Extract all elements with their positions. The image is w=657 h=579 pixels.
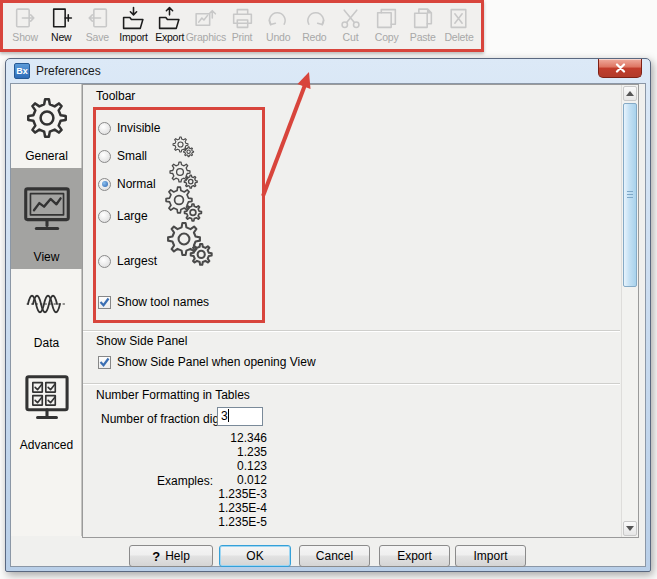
cut-icon bbox=[338, 5, 363, 31]
toolbar-button-save[interactable]: Save bbox=[79, 5, 115, 43]
sidebar-item-advanced[interactable]: Advanced bbox=[11, 357, 82, 457]
toolbar-size-option-label: Invisible bbox=[117, 121, 160, 135]
monitor-checkboxes-icon bbox=[21, 357, 73, 438]
triangle-down-icon bbox=[626, 526, 634, 531]
toolbar-button-label: Import bbox=[119, 31, 148, 43]
vertical-scrollbar bbox=[621, 85, 638, 537]
sidebar-item-label: Advanced bbox=[20, 438, 73, 452]
triangle-up-icon bbox=[626, 91, 634, 96]
scroll-up-button[interactable] bbox=[623, 86, 637, 101]
toolbar-button-print[interactable]: Print bbox=[224, 5, 260, 43]
close-button[interactable] bbox=[598, 59, 642, 78]
example-value: 0.012 bbox=[83, 473, 267, 487]
toolbar-button-label: Show bbox=[12, 31, 37, 43]
show-panel-icon bbox=[13, 5, 38, 31]
show-tool-names-checkbox[interactable]: Show tool names bbox=[98, 295, 209, 309]
help-button[interactable]: ? Help bbox=[129, 545, 213, 567]
scroll-down-button[interactable] bbox=[623, 521, 637, 536]
radio-button[interactable] bbox=[98, 150, 111, 163]
toolbar-size-option-label: Small bbox=[117, 149, 147, 163]
toolbar-button-delete[interactable]: Delete bbox=[441, 5, 477, 43]
text-caret bbox=[228, 409, 229, 422]
toolbar-button-undo[interactable]: Undo bbox=[260, 5, 296, 43]
cancel-button[interactable]: Cancel bbox=[299, 545, 370, 567]
import-icon bbox=[121, 5, 146, 31]
section-divider bbox=[83, 383, 620, 384]
example-value: 1.235 bbox=[83, 445, 267, 459]
toolbar-button-label: Cut bbox=[343, 31, 359, 43]
toolbar-button-label: Graphics bbox=[186, 31, 226, 43]
export-icon bbox=[157, 5, 182, 31]
gear-size-preview-icon bbox=[166, 221, 214, 271]
scrollbar-thumb[interactable] bbox=[623, 103, 637, 287]
toolbar-size-option-large[interactable]: Large bbox=[98, 207, 148, 225]
toolbar-button-new[interactable]: New bbox=[43, 5, 79, 43]
radio-button[interactable] bbox=[98, 210, 111, 223]
import-button[interactable]: Import bbox=[455, 545, 526, 567]
monitor-chart-icon bbox=[21, 168, 73, 250]
toolbar-button-graphics[interactable]: Graphics bbox=[188, 5, 224, 43]
sidebar-item-view[interactable]: View bbox=[11, 168, 82, 269]
close-icon bbox=[615, 63, 626, 73]
radio-button[interactable] bbox=[98, 122, 111, 135]
toolbar-button-label: Redo bbox=[302, 31, 326, 43]
toolbar-size-option-invisible[interactable]: Invisible bbox=[98, 119, 160, 137]
dialog-title: Preferences bbox=[36, 64, 101, 78]
sidebar-item-general[interactable]: General bbox=[11, 86, 82, 168]
main-toolbar: Show New Save Import Export Graphics Pri… bbox=[0, 0, 484, 52]
examples-list: 12.3461.2350.1230.0121.235E-31.235E-41.2… bbox=[83, 431, 267, 529]
fraction-digits-label: Number of fraction digits: bbox=[101, 412, 234, 426]
toolbar-button-label: Paste bbox=[410, 31, 436, 43]
example-value: 0.123 bbox=[83, 459, 267, 473]
new-document-icon bbox=[49, 5, 74, 31]
save-icon bbox=[85, 5, 110, 31]
question-icon: ? bbox=[152, 549, 160, 564]
export-button[interactable]: Export bbox=[379, 545, 450, 567]
radio-button[interactable] bbox=[98, 178, 111, 191]
sidebar-item-data[interactable]: Data bbox=[11, 272, 82, 355]
fraction-digits-input[interactable] bbox=[217, 407, 263, 426]
example-value: 1.235E-5 bbox=[83, 515, 267, 529]
toolbar-size-option-label: Large bbox=[117, 209, 148, 223]
checkbox-icon[interactable] bbox=[98, 356, 111, 369]
checkbox-icon[interactable] bbox=[98, 296, 111, 309]
preferences-dialog: Bx Preferences General View Data bbox=[5, 58, 651, 572]
toolbar-button-copy[interactable]: Copy bbox=[369, 5, 405, 43]
settings-panel: Toolbar Invisible Small Normal Large bbox=[82, 84, 639, 538]
section-header-side-panel: Show Side Panel bbox=[96, 334, 187, 348]
category-sidebar: General View Data Advanced bbox=[11, 84, 82, 536]
toolbar-size-option-label: Normal bbox=[117, 177, 156, 191]
example-value: 1.235E-3 bbox=[83, 487, 267, 501]
section-header-number-formatting: Number Formatting in Tables bbox=[96, 388, 250, 402]
toolbar-button-cut[interactable]: Cut bbox=[332, 5, 368, 43]
section-header-toolbar: Toolbar bbox=[96, 89, 135, 103]
toolbar-button-export[interactable]: Export bbox=[152, 5, 188, 43]
toolbar-button-label: Print bbox=[232, 31, 253, 43]
radio-button[interactable] bbox=[98, 255, 111, 268]
print-icon bbox=[230, 5, 255, 31]
delete-icon bbox=[446, 5, 471, 31]
toolbar-size-option-largest[interactable]: Largest bbox=[98, 252, 157, 270]
show-side-panel-checkbox[interactable]: Show Side Panel when opening View bbox=[98, 355, 316, 369]
redo-icon bbox=[302, 5, 327, 31]
app-icon: Bx bbox=[14, 63, 30, 79]
toolbar-button-redo[interactable]: Redo bbox=[296, 5, 332, 43]
toolbar-button-show[interactable]: Show bbox=[7, 5, 43, 43]
toolbar-button-label: Export bbox=[155, 31, 184, 43]
toolbar-size-option-label: Largest bbox=[117, 254, 157, 268]
scrollbar-grip-icon bbox=[627, 191, 633, 199]
screenshot-stage: Show New Save Import Export Graphics Pri… bbox=[0, 0, 657, 579]
sidebar-item-label: General bbox=[25, 149, 68, 163]
graphics-icon bbox=[193, 5, 218, 31]
toolbar-button-import[interactable]: Import bbox=[115, 5, 151, 43]
toolbar-size-option-small[interactable]: Small bbox=[98, 147, 147, 165]
toolbar-button-paste[interactable]: Paste bbox=[405, 5, 441, 43]
sidebar-item-label: Data bbox=[34, 336, 59, 350]
undo-icon bbox=[266, 5, 291, 31]
toolbar-button-label: Undo bbox=[266, 31, 290, 43]
toolbar-button-label: Copy bbox=[375, 31, 399, 43]
dialog-titlebar[interactable]: Bx Preferences bbox=[6, 59, 650, 83]
copy-icon bbox=[374, 5, 399, 31]
ok-button[interactable]: OK bbox=[219, 545, 291, 567]
toolbar-size-option-normal[interactable]: Normal bbox=[98, 175, 156, 193]
